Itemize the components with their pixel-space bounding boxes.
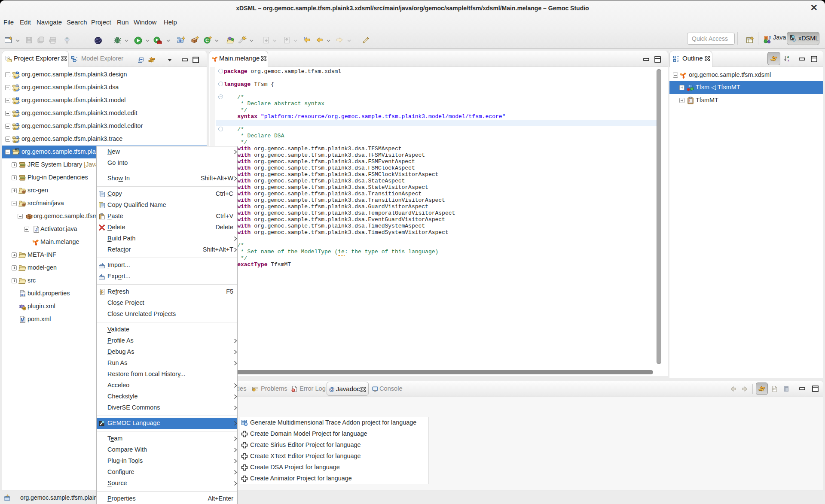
svg-text:z: z <box>788 58 789 62</box>
svg-text:010: 010 <box>20 294 25 297</box>
svg-text:@: @ <box>329 386 335 392</box>
svg-text:C: C <box>205 38 209 43</box>
svg-text:J: J <box>16 135 18 140</box>
svg-text:J: J <box>768 36 771 41</box>
svg-text:M: M <box>21 318 24 322</box>
svg-text:Gr: Gr <box>179 39 183 43</box>
svg-text:J: J <box>35 227 37 232</box>
svg-text:~: ~ <box>16 84 19 88</box>
svg-text:M: M <box>16 97 19 101</box>
svg-text:J: J <box>16 122 18 127</box>
svg-text:M: M <box>16 71 19 75</box>
svg-text:J: J <box>16 109 18 114</box>
